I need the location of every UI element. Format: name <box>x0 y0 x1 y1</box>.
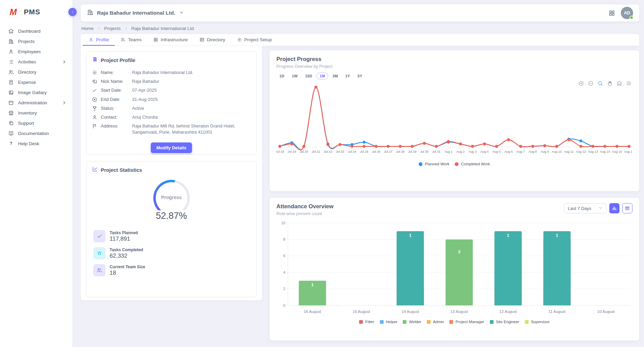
tab-profile[interactable]: Profile <box>83 34 115 46</box>
svg-text:Aug 9: Aug 9 <box>541 150 549 153</box>
breadcrumb-item[interactable]: Home <box>81 26 94 31</box>
main-area: Raja Bahadur International Ltd. AD HomeP… <box>73 0 644 347</box>
range-1m-button[interactable]: 1M <box>317 73 328 79</box>
legend-site-engineer[interactable]: Site Engineer <box>490 320 519 324</box>
legend-marker <box>380 320 384 324</box>
range-5y-button[interactable]: 5Y <box>354 73 365 79</box>
breadcrumb-item[interactable]: Projects <box>104 26 121 31</box>
legend-marker <box>403 320 406 324</box>
sidebar-item-directory[interactable]: Directory <box>0 67 73 77</box>
app-root: M PMS DashboardProjectsEmployeesActiviti… <box>0 0 644 347</box>
bar-chart-legend: FitterHelperWelderAdminProject ManagerSi… <box>276 320 632 324</box>
fingerprint-icon <box>92 79 97 84</box>
sidebar-item-label: Administration <box>18 100 47 105</box>
project-statistics-card: Project Statistics Progress 52.87% Tasks… <box>86 161 257 297</box>
company-name: Raja Bahadur International Ltd. <box>97 10 175 16</box>
gear-icon <box>92 70 97 75</box>
range-1d-button[interactable]: 1D <box>276 73 287 79</box>
svg-text:10: 10 <box>281 221 285 225</box>
stat-icon-tile <box>93 264 106 276</box>
sidebar-item-documentation[interactable]: Documentation <box>0 128 73 138</box>
sidebar-item-label: Support <box>18 121 34 126</box>
chevron-right-icon <box>61 59 67 65</box>
legend-marker <box>525 320 529 324</box>
sidebar-item-employees[interactable]: Employees <box>0 46 73 57</box>
project-profile-icon <box>92 56 98 62</box>
svg-text:Aug 4: Aug 4 <box>480 150 488 153</box>
check-icon <box>96 233 102 239</box>
project-progress-chart[interactable]: Jul 18Jul 19Jul 20Jul 21Jul 22Jul 23Jul … <box>276 79 632 161</box>
pan-icon[interactable] <box>607 80 613 86</box>
chevron-down-icon <box>179 10 184 15</box>
apps-grid-icon[interactable] <box>608 10 615 17</box>
tab-project-setup[interactable]: Project Setup <box>231 34 278 46</box>
app-logo[interactable]: M PMS <box>0 0 73 19</box>
profile-field-name: Name:Raja Bahadur International Ltd. <box>92 68 251 77</box>
sidebar-item-image-gallary[interactable]: Image Gallary <box>0 87 73 97</box>
sidebar-item-administration[interactable]: Administration <box>0 97 73 108</box>
svg-text:1: 1 <box>409 233 412 238</box>
header-right: AD <box>608 7 633 19</box>
zoom-in-icon[interactable] <box>578 80 584 86</box>
chart-line-icon <box>92 166 98 172</box>
svg-text:4: 4 <box>283 270 285 274</box>
sidebar-item-dashboard[interactable]: Dashboard <box>0 26 73 36</box>
legend-planned-work[interactable]: Planned Work <box>419 162 449 166</box>
sidebar-item-label: Activities <box>18 59 36 64</box>
attendance-chart[interactable]: 024681011116 August15 August233114 Augus… <box>276 218 632 319</box>
legend-fitter[interactable]: Fitter <box>359 320 374 324</box>
tab-infrastructure[interactable]: Infrastructure <box>147 34 194 46</box>
legend-supervisor[interactable]: Supervisor <box>525 320 550 324</box>
logo-letter: M <box>10 7 17 17</box>
home-icon <box>8 28 14 34</box>
date-range-select[interactable]: Last 7 Days <box>564 203 607 213</box>
legend-welder[interactable]: Welder <box>403 320 421 324</box>
range-1w-button[interactable]: 1W <box>289 73 301 79</box>
legend-admin[interactable]: Admin <box>427 320 444 324</box>
tab-teams[interactable]: Teams <box>115 34 147 46</box>
legend-helper[interactable]: Helper <box>380 320 398 324</box>
svg-text:2: 2 <box>283 287 285 291</box>
zoom-out-icon[interactable] <box>588 80 594 86</box>
legend-completed-work[interactable]: Completed Work <box>455 162 490 166</box>
profile-field-address: Address:Raja Bahadur Mill Rd, behind She… <box>92 122 251 137</box>
bar-view-toggle[interactable] <box>609 203 619 213</box>
svg-text:Aug 2: Aug 2 <box>456 150 465 153</box>
attendance-controls: Last 7 Days <box>564 203 632 213</box>
bar-chart-icon <box>612 206 617 211</box>
user-icon <box>88 37 94 42</box>
svg-text:Aug 16: Aug 16 <box>624 150 632 153</box>
svg-text:Jul 20: Jul 20 <box>300 150 308 153</box>
table-view-toggle[interactable] <box>622 203 632 213</box>
sidebar-item-expense[interactable]: Expense <box>0 77 73 87</box>
sidebar-item-projects[interactable]: Projects <box>0 36 73 46</box>
table-grid-icon <box>625 206 630 211</box>
modify-details-button[interactable]: Modify Details <box>151 142 192 153</box>
legend-marker <box>427 320 431 324</box>
sidebar-collapse-button[interactable] <box>68 8 77 16</box>
sidebar-item-help-desk[interactable]: ?Help Desk <box>0 138 73 149</box>
chart-menu-icon[interactable] <box>626 80 632 86</box>
chevron-left-icon <box>70 10 75 14</box>
sidebar-item-support[interactable]: Support <box>0 118 73 128</box>
range-3m-button[interactable]: 3M <box>329 73 341 79</box>
tab-directory[interactable]: Directory <box>194 34 231 46</box>
reset-zoom-icon[interactable] <box>616 80 622 86</box>
range-15d-button[interactable]: 15D <box>302 73 315 79</box>
sidebar-item-activities[interactable]: Activities <box>0 57 73 67</box>
trophy-icon <box>92 106 97 111</box>
star-icon <box>96 250 102 256</box>
svg-text:Jul 19: Jul 19 <box>288 150 296 153</box>
svg-text:Jul 29: Jul 29 <box>408 150 417 153</box>
company-selector[interactable]: Raja Bahadur International Ltd. <box>87 9 184 17</box>
sidebar-item-inventory[interactable]: Inventory <box>0 108 73 118</box>
chevron-right-icon <box>97 26 101 31</box>
legend-project-manager[interactable]: Project Manager <box>449 320 484 324</box>
chart-line-icon <box>92 166 98 174</box>
user-avatar[interactable]: AD <box>621 7 633 19</box>
breadcrumb-item: Raja Bahadur International Ltd. <box>131 26 195 31</box>
selection-zoom-icon[interactable] <box>597 80 603 86</box>
sidebar-item-label: Expense <box>18 80 36 85</box>
sidebar-menu: DashboardProjectsEmployeesActivitiesDire… <box>0 26 73 149</box>
range-1y-button[interactable]: 1Y <box>342 73 353 79</box>
